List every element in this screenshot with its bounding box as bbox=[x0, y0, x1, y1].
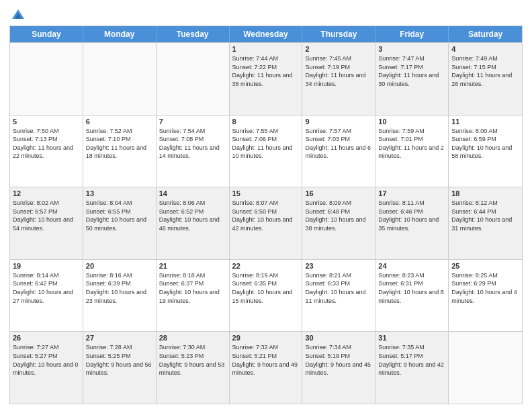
cell-detail: Sunrise: 7:55 AMSunset: 7:06 PMDaylight:… bbox=[232, 127, 300, 161]
cell-detail: Sunrise: 7:28 AMSunset: 5:25 PMDaylight:… bbox=[86, 343, 153, 377]
week-row-3: 12Sunrise: 8:02 AMSunset: 6:57 PMDayligh… bbox=[10, 187, 522, 259]
cal-cell-4-5: 23Sunrise: 8:21 AMSunset: 6:33 PMDayligh… bbox=[302, 260, 375, 332]
cell-detail: Sunrise: 7:30 AMSunset: 5:23 PMDaylight:… bbox=[159, 343, 226, 377]
cal-cell-1-2 bbox=[83, 43, 157, 115]
day-number: 4 bbox=[451, 45, 519, 53]
day-number: 12 bbox=[13, 189, 80, 197]
cell-detail: Sunrise: 7:45 AMSunset: 7:19 PMDaylight:… bbox=[305, 54, 372, 88]
cal-cell-2-4: 8Sunrise: 7:55 AMSunset: 7:06 PMDaylight… bbox=[230, 116, 303, 187]
cal-cell-1-5: 2Sunrise: 7:45 AMSunset: 7:19 PMDaylight… bbox=[302, 43, 375, 115]
logo bbox=[9, 7, 26, 21]
day-number: 13 bbox=[86, 189, 153, 197]
cal-cell-4-7: 25Sunrise: 8:25 AMSunset: 6:29 PMDayligh… bbox=[449, 260, 522, 332]
cal-cell-2-6: 10Sunrise: 7:59 AMSunset: 7:01 PMDayligh… bbox=[375, 116, 449, 187]
cal-cell-5-7 bbox=[449, 332, 522, 404]
day-number: 18 bbox=[451, 189, 519, 197]
cell-detail: Sunrise: 8:00 AMSunset: 6:59 PMDaylight:… bbox=[451, 127, 519, 161]
cell-detail: Sunrise: 8:04 AMSunset: 6:55 PMDaylight:… bbox=[86, 199, 153, 232]
cell-detail: Sunrise: 8:23 AMSunset: 6:31 PMDaylight:… bbox=[378, 271, 445, 305]
day-number: 10 bbox=[378, 118, 445, 126]
cal-cell-4-4: 22Sunrise: 8:19 AMSunset: 6:35 PMDayligh… bbox=[230, 260, 303, 332]
day-number: 2 bbox=[305, 45, 372, 53]
header-day-thursday: Thursday bbox=[302, 26, 375, 42]
cal-cell-3-1: 12Sunrise: 8:02 AMSunset: 6:57 PMDayligh… bbox=[10, 187, 83, 259]
cal-cell-2-3: 7Sunrise: 7:54 AMSunset: 7:08 PMDaylight… bbox=[157, 116, 230, 187]
cell-detail: Sunrise: 8:12 AMSunset: 6:44 PMDaylight:… bbox=[451, 199, 519, 232]
cal-cell-4-3: 21Sunrise: 8:18 AMSunset: 6:37 PMDayligh… bbox=[157, 260, 230, 332]
cal-cell-4-1: 19Sunrise: 8:14 AMSunset: 6:42 PMDayligh… bbox=[10, 260, 83, 332]
day-number: 25 bbox=[451, 262, 519, 270]
day-number: 19 bbox=[13, 262, 80, 270]
cal-cell-5-2: 27Sunrise: 7:28 AMSunset: 5:25 PMDayligh… bbox=[83, 332, 157, 404]
day-number: 31 bbox=[378, 334, 445, 342]
cal-cell-1-3 bbox=[157, 43, 230, 115]
calendar: SundayMondayTuesdayWednesdayThursdayFrid… bbox=[9, 26, 523, 404]
cell-detail: Sunrise: 8:02 AMSunset: 6:57 PMDaylight:… bbox=[13, 199, 80, 232]
cal-cell-3-7: 18Sunrise: 8:12 AMSunset: 6:44 PMDayligh… bbox=[449, 187, 522, 259]
day-number: 5 bbox=[13, 118, 80, 126]
day-number: 27 bbox=[86, 334, 153, 342]
cell-detail: Sunrise: 8:11 AMSunset: 6:46 PMDaylight:… bbox=[378, 199, 445, 232]
day-number: 16 bbox=[305, 189, 372, 197]
day-number: 28 bbox=[159, 334, 226, 342]
cal-cell-5-3: 28Sunrise: 7:30 AMSunset: 5:23 PMDayligh… bbox=[157, 332, 230, 404]
cal-cell-3-5: 16Sunrise: 8:09 AMSunset: 6:48 PMDayligh… bbox=[302, 187, 375, 259]
day-number: 6 bbox=[86, 118, 153, 126]
cell-detail: Sunrise: 7:44 AMSunset: 7:22 PMDaylight:… bbox=[232, 54, 300, 88]
header-day-saturday: Saturday bbox=[449, 26, 522, 42]
cal-cell-5-4: 29Sunrise: 7:32 AMSunset: 5:21 PMDayligh… bbox=[230, 332, 303, 404]
header-day-tuesday: Tuesday bbox=[157, 26, 230, 42]
day-number: 7 bbox=[159, 118, 226, 126]
header-day-friday: Friday bbox=[375, 26, 449, 42]
cal-cell-2-1: 5Sunrise: 7:50 AMSunset: 7:13 PMDaylight… bbox=[10, 116, 83, 187]
cell-detail: Sunrise: 8:25 AMSunset: 6:29 PMDaylight:… bbox=[451, 271, 519, 305]
day-number: 24 bbox=[378, 262, 445, 270]
cal-cell-2-5: 9Sunrise: 7:57 AMSunset: 7:03 PMDaylight… bbox=[302, 116, 375, 187]
day-number: 9 bbox=[305, 118, 372, 126]
day-number: 14 bbox=[159, 189, 226, 197]
cell-detail: Sunrise: 7:27 AMSunset: 5:27 PMDaylight:… bbox=[13, 343, 80, 377]
day-number: 8 bbox=[232, 118, 300, 126]
header-day-monday: Monday bbox=[83, 26, 157, 42]
cell-detail: Sunrise: 8:09 AMSunset: 6:48 PMDaylight:… bbox=[305, 199, 372, 232]
cell-detail: Sunrise: 8:14 AMSunset: 6:42 PMDaylight:… bbox=[13, 271, 80, 305]
cell-detail: Sunrise: 7:54 AMSunset: 7:08 PMDaylight:… bbox=[159, 127, 226, 161]
day-number: 26 bbox=[13, 334, 80, 342]
header bbox=[9, 7, 523, 21]
header-day-wednesday: Wednesday bbox=[230, 26, 303, 42]
calendar-header: SundayMondayTuesdayWednesdayThursdayFrid… bbox=[10, 26, 522, 42]
week-row-2: 5Sunrise: 7:50 AMSunset: 7:13 PMDaylight… bbox=[10, 115, 522, 187]
cell-detail: Sunrise: 7:35 AMSunset: 5:17 PMDaylight:… bbox=[378, 343, 445, 377]
cell-detail: Sunrise: 8:19 AMSunset: 6:35 PMDaylight:… bbox=[232, 271, 300, 305]
day-number: 22 bbox=[232, 262, 300, 270]
cell-detail: Sunrise: 7:57 AMSunset: 7:03 PMDaylight:… bbox=[305, 127, 372, 161]
logo-icon bbox=[11, 7, 26, 21]
cell-detail: Sunrise: 7:49 AMSunset: 7:15 PMDaylight:… bbox=[451, 54, 519, 88]
cal-cell-4-6: 24Sunrise: 8:23 AMSunset: 6:31 PMDayligh… bbox=[375, 260, 449, 332]
cal-cell-5-5: 30Sunrise: 7:34 AMSunset: 5:19 PMDayligh… bbox=[302, 332, 375, 404]
cal-cell-1-7: 4Sunrise: 7:49 AMSunset: 7:15 PMDaylight… bbox=[449, 43, 522, 115]
cell-detail: Sunrise: 8:16 AMSunset: 6:39 PMDaylight:… bbox=[86, 271, 153, 305]
cal-cell-3-2: 13Sunrise: 8:04 AMSunset: 6:55 PMDayligh… bbox=[83, 187, 157, 259]
header-day-sunday: Sunday bbox=[10, 26, 83, 42]
cell-detail: Sunrise: 7:34 AMSunset: 5:19 PMDaylight:… bbox=[305, 343, 372, 377]
cal-cell-3-3: 14Sunrise: 8:06 AMSunset: 6:52 PMDayligh… bbox=[157, 187, 230, 259]
cell-detail: Sunrise: 7:50 AMSunset: 7:13 PMDaylight:… bbox=[13, 127, 80, 161]
cal-cell-2-2: 6Sunrise: 7:52 AMSunset: 7:10 PMDaylight… bbox=[83, 116, 157, 187]
cell-detail: Sunrise: 7:32 AMSunset: 5:21 PMDaylight:… bbox=[232, 343, 300, 377]
cal-cell-1-4: 1Sunrise: 7:44 AMSunset: 7:22 PMDaylight… bbox=[230, 43, 303, 115]
day-number: 29 bbox=[232, 334, 300, 342]
cell-detail: Sunrise: 8:06 AMSunset: 6:52 PMDaylight:… bbox=[159, 199, 226, 232]
day-number: 1 bbox=[232, 45, 300, 53]
calendar-body: 1Sunrise: 7:44 AMSunset: 7:22 PMDaylight… bbox=[10, 42, 522, 404]
cal-cell-1-6: 3Sunrise: 7:47 AMSunset: 7:17 PMDaylight… bbox=[375, 43, 449, 115]
cal-cell-2-7: 11Sunrise: 8:00 AMSunset: 6:59 PMDayligh… bbox=[449, 116, 522, 187]
day-number: 11 bbox=[451, 118, 519, 126]
page: SundayMondayTuesdayWednesdayThursdayFrid… bbox=[0, 0, 532, 411]
cell-detail: Sunrise: 8:07 AMSunset: 6:50 PMDaylight:… bbox=[232, 199, 300, 232]
day-number: 20 bbox=[86, 262, 153, 270]
day-number: 23 bbox=[305, 262, 372, 270]
cal-cell-5-1: 26Sunrise: 7:27 AMSunset: 5:27 PMDayligh… bbox=[10, 332, 83, 404]
cal-cell-3-4: 15Sunrise: 8:07 AMSunset: 6:50 PMDayligh… bbox=[230, 187, 303, 259]
cal-cell-3-6: 17Sunrise: 8:11 AMSunset: 6:46 PMDayligh… bbox=[375, 187, 449, 259]
